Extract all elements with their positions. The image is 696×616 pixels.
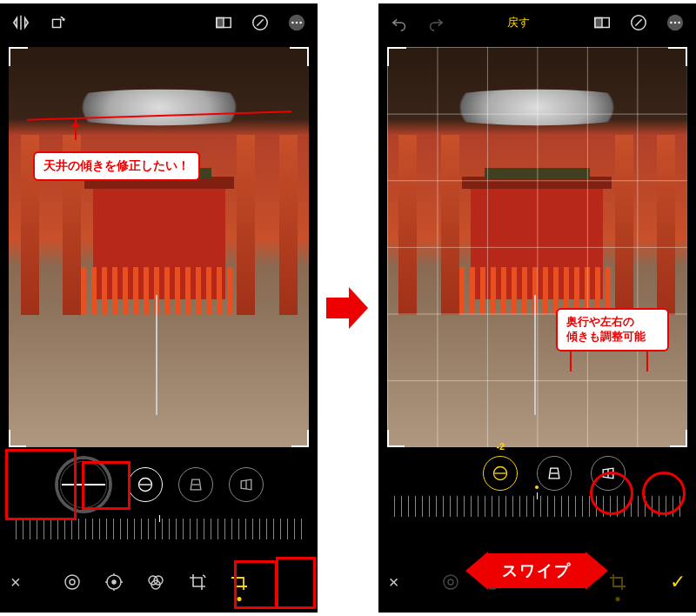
rotate-icon[interactable]	[45, 10, 70, 35]
adjustment-ruler[interactable]	[16, 519, 302, 539]
flip-horizontal-icon[interactable]	[9, 10, 33, 35]
svg-point-10	[70, 579, 75, 585]
bottom-toolbar: ×	[0, 560, 318, 604]
aspect-ratio-icon[interactable]	[211, 10, 236, 35]
transition-arrow-icon	[326, 282, 369, 334]
photo-preview	[9, 47, 309, 447]
aspect-ratio-icon[interactable]	[590, 10, 614, 35]
straighten-dial-large[interactable]	[55, 456, 112, 513]
photo-canvas[interactable]: 奥行や左右の 傾きも調整可能	[387, 47, 687, 447]
dial-value: -2	[496, 441, 505, 452]
markup-icon[interactable]	[248, 10, 272, 35]
topbar: 戻す	[378, 3, 696, 42]
annotation-callout-2: 奥行や左右の 傾きも調整可能	[556, 308, 669, 352]
fx-target-icon[interactable]	[58, 568, 86, 596]
swipe-label: スワイプ	[488, 553, 586, 588]
horizontal-perspective-icon[interactable]	[591, 456, 626, 491]
fx-target-icon[interactable]	[437, 568, 465, 596]
horizontal-perspective-icon[interactable]	[229, 467, 264, 502]
svg-rect-0	[53, 19, 61, 27]
swipe-annotation: スワイプ	[465, 552, 608, 590]
svg-point-21	[674, 22, 677, 24]
svg-point-7	[300, 22, 303, 24]
photo-preview	[387, 47, 687, 447]
svg-rect-17	[595, 18, 602, 28]
photo-canvas[interactable]: 天井の傾きを修正したい！	[9, 47, 309, 447]
markup-icon[interactable]	[626, 10, 651, 35]
close-icon[interactable]: ×	[389, 572, 399, 593]
crop-rotate-icon[interactable]	[184, 568, 211, 596]
adjustment-ruler[interactable]	[394, 496, 680, 517]
svg-point-5	[291, 22, 294, 24]
check-icon[interactable]: ✓	[670, 571, 686, 593]
svg-rect-2	[217, 18, 224, 28]
svg-point-6	[296, 22, 298, 24]
svg-point-12	[112, 580, 116, 584]
svg-point-25	[448, 579, 453, 585]
phone-screen-before: 天井の傾きを修正したい！ ×	[0, 3, 318, 613]
adjust-dial-icon[interactable]	[100, 568, 128, 596]
undo-icon[interactable]	[387, 10, 412, 35]
svg-point-9	[65, 575, 79, 589]
adjust-controls: -2	[378, 456, 696, 560]
adjust-controls	[0, 456, 318, 560]
close-icon[interactable]: ×	[10, 572, 21, 593]
annotation-arrow	[75, 117, 77, 140]
svg-point-24	[444, 575, 458, 589]
more-icon[interactable]	[663, 10, 687, 35]
phone-screen-after: 戻す 奥行や左右の 傾きも調整可能	[378, 3, 696, 613]
more-icon[interactable]	[284, 10, 309, 35]
straighten-dial-icon[interactable]	[128, 467, 163, 502]
filters-icon[interactable]	[142, 568, 170, 596]
revert-button[interactable]: 戻す	[507, 15, 530, 30]
annotation-callout-1: 天井の傾きを修正したい！	[33, 151, 200, 181]
svg-point-20	[670, 22, 673, 24]
arrow-right-icon	[586, 552, 608, 590]
arrow-left-icon	[465, 552, 488, 590]
straighten-dial-icon[interactable]: -2	[483, 456, 518, 491]
vertical-perspective-icon[interactable]	[537, 456, 572, 491]
svg-point-22	[678, 22, 680, 24]
crop-icon[interactable]	[225, 568, 253, 596]
redo-icon[interactable]	[424, 10, 448, 35]
topbar	[0, 3, 318, 42]
vertical-perspective-icon[interactable]	[178, 467, 213, 502]
